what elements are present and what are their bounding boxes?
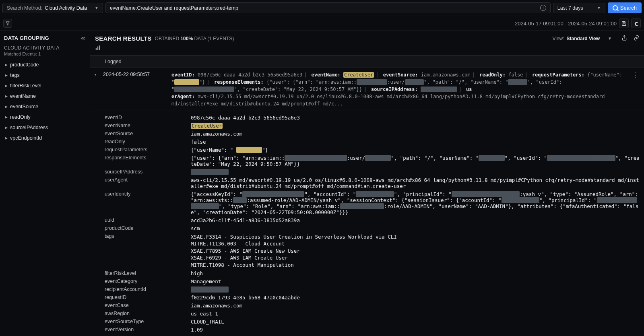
svg-rect-0 [96,48,97,50]
search-button[interactable]: Search [608,2,642,13]
results-pane: SEARCH RESULTS OBTAINED 100% DATA (1 EVE… [90,31,644,336]
detail-row-eventCategory: eventCategoryManagement [105,278,644,286]
chevron-right-icon: ▶ [5,63,8,67]
save-icon[interactable] [619,19,629,28]
sidebar-matched: Matched Events: 1 [4,52,86,56]
event-timestamp: 2024-05-22 09:50:57 [103,71,167,107]
detail-row-sourceIPAddress: sourceIPAddressxxxxxxxxxxxx [105,168,644,176]
detail-row-eventSource: eventSourceiam.amazonaws.com [105,130,644,138]
chevron-right-icon: ▶ [5,73,8,77]
info-icon[interactable]: i [540,5,546,11]
sidebar-source: CLOUD ACTIVITY DATA [4,45,86,51]
chevron-right-icon: ▶ [5,105,8,109]
chevron-right-icon: ▶ [5,136,8,140]
sidebar: DATA GROUPING ≪ CLOUD ACTIVITY DATA Matc… [0,31,90,336]
row-menu-icon[interactable]: ⋮ [630,71,640,107]
detail-row-responseElements: responseElements{"user": {"arn": "arn:aw… [105,154,644,168]
field-item-sourceIPAddress[interactable]: ▶sourceIPAddress [4,122,86,133]
search-button-label: Search [620,5,637,11]
detail-row-recipientAccountId: recipientAccountIdxxxxxxxxxxxx [105,286,644,294]
results-subtitle: OBTAINED 100% DATA (1 EVENTS) [155,36,234,41]
field-item-eventSource[interactable]: ▶eventSource [4,101,86,112]
detail-row-productCode: productCodescm [105,224,644,232]
sub-toolbar: 2024-05-17 09:01:00 - 2024-05-24 09:01:0… [0,16,644,31]
time-range-select[interactable]: Last 7 days ▼ [553,3,605,13]
collapse-sidebar-icon[interactable]: ≪ [80,35,86,41]
sidebar-title: DATA GROUPING [4,35,49,41]
search-icon [613,5,618,10]
svg-rect-1 [97,47,98,50]
detail-row-readOnly: readOnlyfalse [105,138,644,146]
detail-row-requestParameters: requestParameters{"userName": " "} [105,146,644,154]
detail-row-userIdentity: userIdentity{"accessKeyId": "xxxxxxxxxxx… [105,190,644,216]
link-icon[interactable] [634,35,639,42]
event-summary-line: eventID: 0987c50c-daaa-4a2d-b2c3-5656ed9… [171,71,626,107]
query-input[interactable]: eventName:CreateUser and requestParamete… [105,2,551,13]
search-method-label: Search Method: [7,5,42,11]
chart-toggle[interactable] [90,43,644,56]
expand-toggle[interactable]: ▾ [94,71,99,107]
detail-row-tags: tagsXSAE.F3314 - Suspicious User Creatio… [105,232,644,270]
view-value: Standard View [567,36,600,41]
column-header-logged: Logged [90,56,644,68]
date-range-display: 2024-05-17 09:01:00 - 2024-05-24 09:01:0… [515,21,617,27]
search-method-value: Cloud Activity Data [45,5,87,11]
detail-row-uuid: uuidacd3a2b6-c11f-45d1-a836-3835d52a839a [105,216,644,224]
clear-icon[interactable] [631,19,641,28]
detail-row-eventVersion: eventVersion1.09 [105,326,644,334]
chevron-down-icon: ▼ [95,6,99,10]
field-item-productCode[interactable]: ▶productCode [4,60,86,70]
chevron-right-icon: ▶ [5,94,8,98]
field-item-readOnly[interactable]: ▶readOnly [4,112,86,122]
view-select[interactable]: View: Standard View ▼ [552,35,639,42]
results-header: SEARCH RESULTS OBTAINED 100% DATA (1 EVE… [90,31,644,43]
search-method-select[interactable]: Search Method: Cloud Activity Data ▼ [2,3,103,13]
field-item-vpcEndpointId[interactable]: ▶vpcEndpointId [4,133,86,143]
view-label: View: [552,36,564,41]
event-row: ▾ 2024-05-22 09:50:57 eventID: 0987c50c-… [90,68,644,111]
results-title: SEARCH RESULTS [95,35,152,42]
share-icon[interactable] [621,35,627,42]
chevron-right-icon: ▶ [5,115,8,119]
field-item-filterRiskLevel[interactable]: ▶filterRiskLevel [4,80,86,91]
time-range-label: Last 7 days [557,5,583,11]
field-item-eventName[interactable]: ▶eventName [4,91,86,101]
event-detail: eventID0987c50c-daaa-4a2d-b2c3-5656ed95a… [90,111,644,336]
svg-rect-2 [99,45,100,50]
detail-row-eventID: eventID0987c50c-daaa-4a2d-b2c3-5656ed95a… [105,113,644,122]
top-search-bar: Search Method: Cloud Activity Data ▼ eve… [0,0,644,16]
filter-button[interactable] [3,19,12,28]
detail-row-eventCase: eventCaseiam.amazonaws.com [105,302,644,310]
detail-row-eventType: eventTypeAwsApiCall [105,334,644,336]
field-list: ▶productCode▶tags▶filterRiskLevel▶eventN… [4,60,86,143]
chevron-down-icon: ▼ [597,6,601,10]
detail-row-userAgent: userAgentaws-cli/2.15.55 md/awscrt#0.19.… [105,176,644,190]
main-area: DATA GROUPING ≪ CLOUD ACTIVITY DATA Matc… [0,31,644,336]
detail-row-requestID: requestIDf0229cd6-1793-4e85-b568-47a0c04… [105,294,644,302]
query-text: eventName:CreateUser and requestParamete… [110,5,540,11]
detail-row-awsRegion: awsRegionus-east-1 [105,310,644,318]
chevron-down-icon: ▼ [608,36,612,41]
detail-row-eventSourceType: eventSourceTypeCLOUD_TRAIL [105,318,644,326]
detail-row-eventName: eventNameCreateUser [105,122,644,130]
detail-row-filterRiskLevel: filterRiskLevelhigh [105,270,644,278]
field-item-tags[interactable]: ▶tags [4,70,86,80]
chevron-right-icon: ▶ [5,84,8,88]
chevron-right-icon: ▶ [5,126,8,130]
